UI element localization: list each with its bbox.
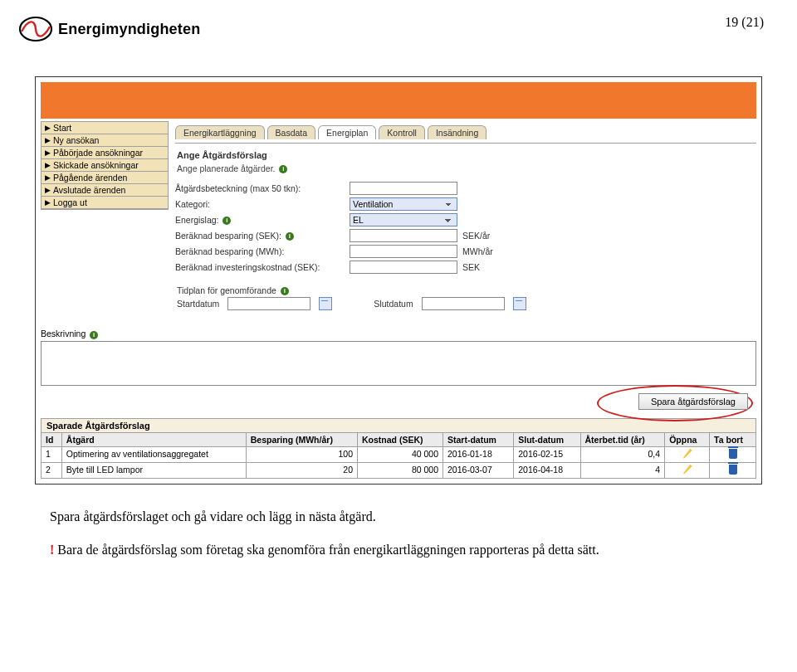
nav-avslutade[interactable]: ▶Avslutade ärenden (42, 184, 168, 197)
nav-label: Skickade ansökningar (53, 160, 139, 170)
nav-label: Påbörjade ansökningar (53, 148, 143, 158)
col-id: Id (42, 432, 62, 446)
input-besparing-sek[interactable] (350, 229, 457, 242)
app-banner (36, 77, 761, 119)
col-kostnad: Kostnad (SEK) (358, 432, 443, 446)
input-besparing-mwh[interactable] (350, 245, 457, 258)
label-energislag: Energislag: i (175, 215, 350, 225)
calendar-icon[interactable] (513, 297, 526, 310)
section-title: Ange Åtgärdsförslag (177, 150, 756, 160)
select-energislag[interactable]: EL (350, 213, 457, 226)
label-slutdatum: Slutdatum (374, 299, 413, 309)
nav-paborjade[interactable]: ▶Påbörjade ansökningar (42, 147, 168, 159)
label-investering: Beräknad investeringskostnad (SEK): (175, 262, 350, 272)
table-row: 2 Byte till LED lampor 20 80 000 2016-03… (42, 462, 756, 478)
label-besparing-mwh: Beräknad besparing (MWh): (175, 246, 350, 256)
info-icon[interactable]: i (286, 232, 294, 241)
input-startdatum[interactable] (227, 297, 310, 310)
delete-icon[interactable] (729, 449, 737, 459)
col-tabort: Ta bort (710, 432, 756, 446)
nav-pagande[interactable]: ▶Pågående ärenden (42, 172, 168, 184)
nav-skickade[interactable]: ▶Skickade ansökningar (42, 159, 168, 172)
col-oppna: Öppna (665, 432, 710, 446)
label-besparing-sek: Beräknad besparing (SEK): i (175, 231, 350, 241)
col-besparing: Besparing (MWh/år) (246, 432, 357, 446)
tab-energiplan[interactable]: Energiplan (318, 125, 376, 139)
logo: Energimyndigheten (18, 15, 200, 43)
col-aterbet: Återbet.tid (år) (580, 432, 665, 446)
nav-label: Avslutade ärenden (53, 185, 125, 195)
table-row: 1 Optimering av ventilationsaggregatet 1… (42, 446, 756, 462)
col-atgard: Åtgärd (61, 432, 246, 446)
tab-basdata[interactable]: Basdata (267, 125, 316, 139)
saved-table: Id Åtgärd Besparing (MWh/år) Kostnad (SE… (41, 432, 756, 479)
main-panel: Energikartläggning Basdata Energiplan Ko… (169, 121, 761, 315)
label-beskrivning: Beskrivning i (41, 329, 756, 338)
label-beteckning: Åtgärdsbeteckning (max 50 tkn): (175, 183, 350, 193)
save-button[interactable]: Spara åtgärdsförslag (638, 393, 748, 410)
input-beteckning[interactable] (350, 182, 457, 195)
section-hint: Ange planerade åtgärder. i (177, 163, 756, 173)
tab-kontroll[interactable]: Kontroll (379, 125, 425, 139)
input-slutdatum[interactable] (422, 297, 505, 310)
col-start: Start-datum (443, 432, 514, 446)
textarea-beskrivning[interactable] (41, 341, 756, 386)
input-investering[interactable] (350, 261, 457, 274)
info-icon[interactable]: i (222, 217, 231, 225)
info-icon[interactable]: i (90, 331, 98, 339)
nav-logga-ut[interactable]: ▶Logga ut (42, 197, 168, 209)
label-kategori: Kategori: (175, 199, 350, 209)
sidebar: ▶Start ▶Ny ansökan ▶Påbörjade ansökninga… (41, 121, 169, 210)
unit-sek: SEK (462, 262, 480, 272)
calendar-icon[interactable] (319, 297, 332, 310)
body-text: Spara åtgärdsförslaget och gå vidare och… (50, 508, 747, 560)
logo-icon (18, 15, 53, 43)
paragraph-2: ! Bara de åtgärdsförslag som företag ska… (50, 541, 747, 559)
nav-ny-ansokan[interactable]: ▶Ny ansökan (42, 134, 168, 147)
nav-label: Logga ut (53, 197, 87, 207)
delete-icon[interactable] (729, 465, 737, 475)
edit-icon[interactable] (682, 465, 692, 475)
label-startdatum: Startdatum (177, 299, 219, 309)
app-screenshot: ▶Start ▶Ny ansökan ▶Påbörjade ansökninga… (35, 76, 762, 485)
nav-start[interactable]: ▶Start (42, 122, 168, 134)
unit-sek-ar: SEK/år (462, 231, 490, 241)
logo-text: Energimyndigheten (58, 21, 200, 38)
tab-bar: Energikartläggning Basdata Energiplan Ko… (175, 124, 756, 139)
unit-mwh-ar: MWh/år (462, 246, 493, 256)
label-tidplan: Tidplan för genomförande (177, 285, 276, 295)
select-kategori[interactable]: Ventilation (350, 197, 457, 211)
info-icon[interactable]: i (281, 287, 289, 295)
info-icon[interactable]: i (279, 165, 287, 173)
nav-label: Start (53, 123, 71, 133)
col-slut: Slut-datum (514, 432, 580, 446)
paragraph-1: Spara åtgärdsförslaget och gå vidare och… (50, 508, 747, 526)
page-number: 19 (21) (725, 15, 764, 30)
edit-icon[interactable] (682, 449, 692, 459)
nav-label: Ny ansökan (53, 135, 99, 145)
tab-insandning[interactable]: Insändning (428, 125, 487, 139)
nav-label: Pågående ärenden (53, 173, 127, 183)
tab-energikartlaggning[interactable]: Energikartläggning (175, 125, 265, 139)
